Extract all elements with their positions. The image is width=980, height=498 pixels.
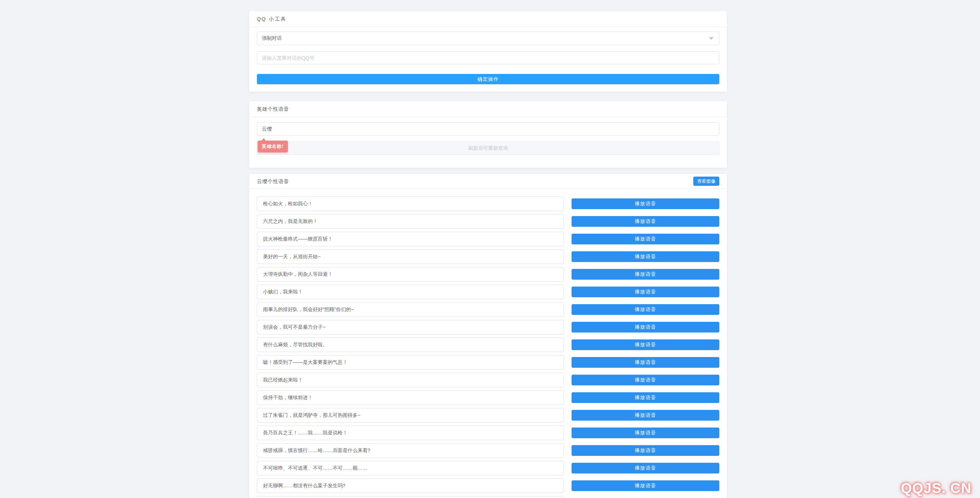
voice-line-input[interactable] (257, 408, 564, 423)
play-voice-button[interactable]: 播放语音 (572, 198, 719, 209)
voice-row: 播放语音 (257, 461, 719, 475)
voice-row: 播放语音 (257, 285, 719, 299)
voice-row: 播放语音 (257, 320, 719, 334)
voice-row: 播放语音 (257, 443, 719, 458)
play-voice-button[interactable]: 播放语音 (572, 216, 719, 227)
play-voice-button[interactable]: 播放语音 (572, 357, 719, 368)
action-select[interactable]: 强制对话 (257, 31, 719, 45)
voice-row: 播放语音 (257, 496, 719, 498)
voice-row: 播放语音 (257, 390, 719, 405)
voice-line-input[interactable] (257, 214, 564, 229)
voice-line-input[interactable] (257, 390, 564, 405)
hero-voice-card: 英雄个性语音 刷新后可重新查询 英雄名称! (249, 101, 727, 168)
action-select-value: 强制对话 (262, 35, 282, 42)
play-voice-button[interactable]: 播放语音 (572, 322, 719, 333)
voice-row: 播放语音 (257, 302, 719, 317)
hero-voice-card-header: 英雄个性语音 (249, 101, 727, 117)
play-voice-button[interactable]: 播放语音 (572, 251, 719, 262)
voice-list: 播放语音 播放语音 播放语音 播放语音 播放语音 播放语音 播放语音 播放语音 … (249, 189, 727, 498)
voice-line-input[interactable] (257, 302, 564, 317)
voice-row: 播放语音 (257, 337, 719, 352)
play-voice-button[interactable]: 播放语音 (572, 445, 719, 456)
play-voice-button[interactable]: 播放语音 (572, 392, 719, 403)
qq-tools-card-body: 强制对话 确定操作 (249, 27, 727, 88)
voice-line-input[interactable] (257, 461, 564, 475)
voice-line-input[interactable] (257, 232, 564, 246)
qq-tools-title: QQ 小工具 (257, 15, 287, 23)
voice-line-input[interactable] (257, 443, 564, 458)
voice-row: 播放语音 (257, 478, 719, 493)
voice-line-input[interactable] (257, 496, 564, 498)
refresh-notice-text: 刷新后可重新查询 (468, 145, 508, 152)
voice-row: 播放语音 (257, 197, 719, 211)
voice-row: 播放语音 (257, 214, 719, 229)
voice-line-input[interactable] (257, 426, 564, 440)
voice-row: 播放语音 (257, 373, 719, 387)
play-voice-button[interactable]: 播放语音 (572, 410, 719, 421)
voice-list-title: 云缨个性语音 (257, 178, 289, 185)
play-voice-button[interactable]: 播放语音 (572, 480, 719, 491)
confirm-operation-button[interactable]: 确定操作 (257, 74, 719, 84)
voice-row: 播放语音 (257, 249, 719, 264)
voice-line-input[interactable] (257, 267, 564, 282)
voice-row: 播放语音 (257, 426, 719, 440)
hero-name-error-tooltip: 英雄名称! (258, 141, 288, 152)
play-voice-button[interactable]: 播放语音 (572, 339, 719, 350)
play-voice-button[interactable]: 播放语音 (572, 234, 719, 244)
play-voice-button[interactable]: 播放语音 (572, 304, 719, 315)
voice-line-input[interactable] (257, 355, 564, 370)
play-voice-button[interactable]: 播放语音 (572, 375, 719, 385)
voice-line-input[interactable] (257, 478, 564, 493)
voice-line-input[interactable] (257, 337, 564, 352)
hero-voice-title: 英雄个性语音 (257, 105, 289, 113)
voice-row: 播放语音 (257, 355, 719, 370)
voice-row: 播放语音 (257, 267, 719, 282)
voice-line-input[interactable] (257, 285, 564, 299)
voice-row: 播放语音 (257, 408, 719, 423)
hero-name-input[interactable] (257, 122, 719, 136)
qq-number-input[interactable] (257, 51, 719, 64)
qq-tools-card: QQ 小工具 强制对话 确定操作 (249, 11, 727, 92)
hero-voice-card-body: 刷新后可重新查询 (249, 117, 727, 160)
voice-line-input[interactable] (257, 373, 564, 387)
voice-row: 播放语音 (257, 232, 719, 246)
refresh-notice-box: 刷新后可重新查询 (257, 141, 719, 155)
voice-list-card: 云缨个性语音 查看图像 播放语音 播放语音 播放语音 播放语音 播放语音 播放语… (249, 174, 727, 498)
play-voice-button[interactable]: 播放语音 (572, 428, 719, 438)
page: { "colors": { "accent_blue_confirm": "#2… (0, 0, 980, 498)
play-voice-button[interactable]: 播放语音 (572, 463, 719, 473)
voice-line-input[interactable] (257, 249, 564, 264)
chevron-down-icon (709, 37, 714, 40)
voice-line-input[interactable] (257, 320, 564, 334)
voice-line-input[interactable] (257, 197, 564, 211)
site-watermark: QQJS. CN (901, 480, 972, 496)
play-voice-button[interactable]: 播放语音 (572, 287, 719, 297)
view-image-button[interactable]: 查看图像 (693, 177, 719, 186)
qq-tools-card-header: QQ 小工具 (249, 11, 727, 27)
voice-list-card-header: 云缨个性语音 查看图像 (249, 174, 727, 189)
play-voice-button[interactable]: 播放语音 (572, 269, 719, 280)
